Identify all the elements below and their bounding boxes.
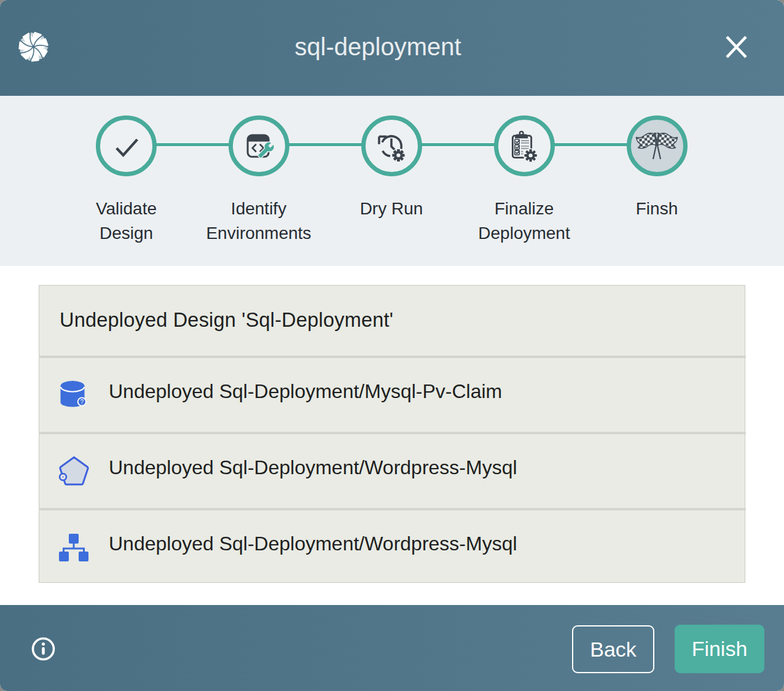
svg-text:?: ? bbox=[80, 399, 84, 405]
